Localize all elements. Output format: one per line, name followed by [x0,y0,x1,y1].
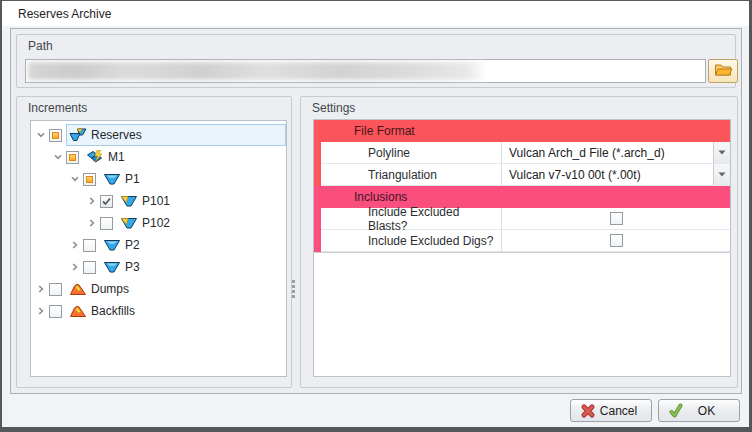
grid-row-label: Include Excluded Blasts? [321,208,502,230]
tree-item-label: Backfills [91,304,135,318]
chevron-down-icon[interactable] [35,129,47,141]
tree-checkbox-p101[interactable] [100,195,113,208]
chevron-right-icon[interactable] [69,239,81,251]
indeterminate-mark [69,154,76,161]
tree-node[interactable]: P101 [117,190,286,212]
tree-checkbox-p1[interactable] [83,173,96,186]
chevron-right-icon[interactable] [35,283,47,295]
path-group-label: Path [28,39,53,53]
grid-section-header-label: File Format [314,124,415,138]
pit-icon [103,238,121,252]
tree-item-dumps[interactable]: Dumps [31,278,286,300]
pit-stage-icon [120,216,138,230]
checkbox-cell-include-excluded-blasts [502,208,730,230]
tree-item-p2[interactable]: P2 [31,234,286,256]
tree-node[interactable]: Dumps [66,278,286,300]
reserves-archive-dialog: Reserves Archive Path Increments Reserve… [0,0,752,432]
dump-icon [69,282,87,296]
dump-icon [69,304,87,318]
path-input[interactable] [25,59,706,83]
chevron-right-icon[interactable] [86,195,98,207]
chevron-right-icon[interactable] [86,217,98,229]
tree-item-reserves[interactable]: Reserves [31,124,286,146]
window-title: Reserves Archive [18,7,111,21]
reserves-stack-icon [69,128,87,142]
category-stripe [314,142,321,164]
dropdown-value: Vulcan v7-v10 00t (*.00t) [502,168,641,182]
chevron-right-icon[interactable] [35,305,47,317]
grid-row-polyline: PolylineVulcan Arch_d File (*.arch_d) [314,142,730,164]
tree-checkbox-p2[interactable] [83,239,96,252]
increments-group: Increments ReservesM1P1P101P102P2P3Dumps… [16,96,292,388]
settings-panel: File FormatPolylineVulcan Arch_d File (*… [313,119,731,377]
ok-button-label: OK [684,404,729,418]
increments-group-label: Increments [28,101,87,115]
checkbox-cell-include-excluded-digs [502,230,730,252]
browse-button[interactable] [708,59,738,83]
pit-icon [103,172,121,186]
tree-item-label: Reserves [91,128,142,142]
dropdown-triangulation[interactable]: Vulcan v7-v10 00t (*.00t) [502,164,730,186]
tree-item-backfills[interactable]: Backfills [31,300,286,322]
ok-button[interactable]: OK [658,399,740,422]
dropdown-value: Vulcan Arch_d File (*.arch_d) [502,146,665,160]
tree-node[interactable]: P2 [100,234,286,256]
grid-row-include-excluded-blasts: Include Excluded Blasts? [314,208,730,230]
cancel-button-label: Cancel [596,404,641,418]
grid-section-header-file-format: File Format [314,120,730,142]
tree-node[interactable]: Backfills [66,300,286,322]
tree-checkbox-reserves[interactable] [49,129,62,142]
category-stripe [314,208,321,230]
grid-row-include-excluded-digs: Include Excluded Digs? [314,230,730,252]
settings-grid: File FormatPolylineVulcan Arch_d File (*… [314,120,730,253]
grid-row-label: Triangulation [321,164,502,186]
chevron-right-icon[interactable] [69,261,81,273]
cancel-button[interactable]: Cancel [570,399,652,422]
tree-item-label: Dumps [91,282,129,296]
checkbox-include-excluded-digs[interactable] [610,234,623,247]
checkbox-include-excluded-blasts[interactable] [610,212,623,225]
open-folder-icon [714,62,733,80]
tree-node[interactable]: P3 [100,256,286,278]
tree-item-p3[interactable]: P3 [31,256,286,278]
cancel-x-icon [580,403,596,419]
tree-item-p101[interactable]: P101 [31,190,286,212]
tree-item-label: M1 [108,150,125,164]
tree-node[interactable]: P1 [100,168,286,190]
dropdown-button[interactable] [713,142,730,163]
chevron-down-icon[interactable] [69,173,81,185]
title-bar[interactable]: Reserves Archive [1,1,751,26]
chevron-down-icon[interactable] [52,151,64,163]
tree-checkbox-p102[interactable] [100,217,113,230]
indeterminate-mark [86,176,93,183]
tree-item-label: P102 [142,216,170,230]
tree-item-p102[interactable]: P102 [31,212,286,234]
path-group: Path [16,34,736,88]
tree-checkbox-p3[interactable] [83,261,96,274]
pit-icon [103,260,121,274]
tree-checkbox-m1[interactable] [66,151,79,164]
model-icon [86,150,104,164]
category-stripe [314,164,321,186]
indeterminate-mark [52,132,59,139]
dropdown-button[interactable] [713,164,730,185]
ok-check-icon [668,403,684,419]
grid-section-header-label: Inclusions [314,190,407,204]
tree-item-label: P2 [125,238,140,252]
category-stripe [314,230,321,252]
path-redacted-value [28,62,486,80]
settings-group: Settings File FormatPolylineVulcan Arch_… [300,96,738,388]
grid-row-triangulation: TriangulationVulcan v7-v10 00t (*.00t) [314,164,730,186]
tree-node[interactable]: P102 [117,212,286,234]
tree-node[interactable]: M1 [83,146,286,168]
tree-item-label: P1 [125,172,140,186]
panel-splitter-handle[interactable] [292,280,296,298]
grid-row-label: Include Excluded Digs? [321,230,502,252]
tree-node[interactable]: Reserves [66,124,286,146]
tree-checkbox-dumps[interactable] [49,283,62,296]
tree-checkbox-backfills[interactable] [49,305,62,318]
dropdown-polyline[interactable]: Vulcan Arch_d File (*.arch_d) [502,142,730,164]
tree-item-m1[interactable]: M1 [31,146,286,168]
tree-item-p1[interactable]: P1 [31,168,286,190]
increments-tree: ReservesM1P1P101P102P2P3DumpsBackfills [30,120,287,377]
